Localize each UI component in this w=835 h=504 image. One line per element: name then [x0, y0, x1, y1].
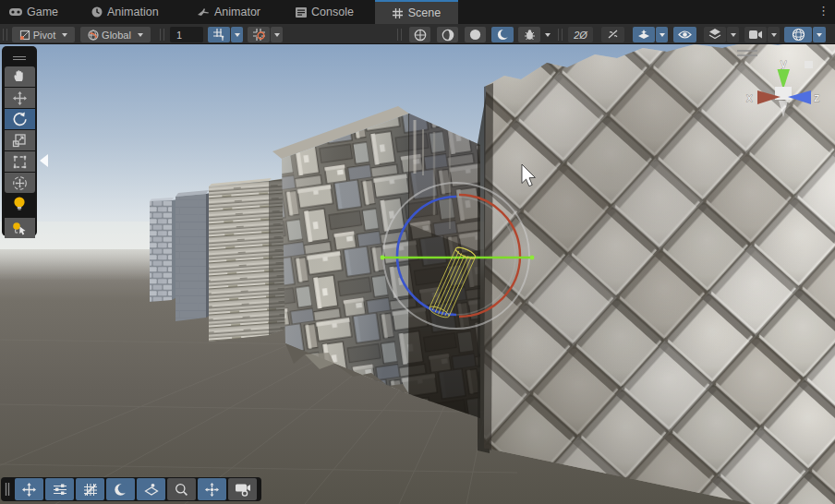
svg-text:x: x [746, 90, 753, 104]
svg-text:z: z [814, 90, 820, 104]
svg-text:y: y [781, 56, 787, 70]
